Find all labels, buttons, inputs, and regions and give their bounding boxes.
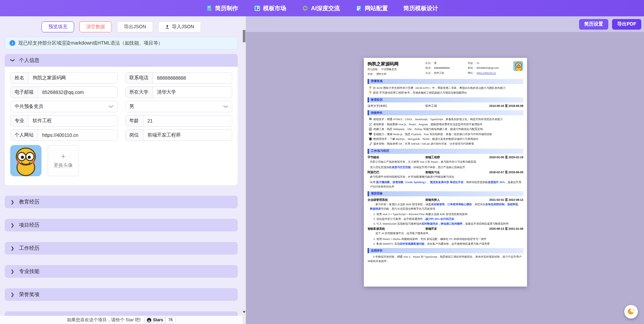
nav-item-site-config[interactable]: 网站配置: [356, 4, 388, 12]
database-icon: [369, 137, 372, 141]
personal-info-section: ❯ 个人信息 姓名 联系电话 电子邮箱 所在大学: [5, 54, 238, 185]
education-period: 2014-09-16 至 2018-06-08: [480, 104, 523, 108]
section-skills[interactable]: ❯ 专业技能: [5, 265, 238, 278]
education-school: 清华大学(本科): [368, 104, 425, 108]
export-pdf-button[interactable]: 导出PDF: [612, 19, 641, 30]
personal-info-title: 个人信息: [19, 57, 39, 64]
nav-item-ai-chat[interactable]: AI深度交流: [302, 4, 340, 12]
section-projects[interactable]: ❯ 项目经历: [5, 219, 238, 231]
preview-fill-button[interactable]: 预览填充: [41, 21, 74, 32]
top-navbar: 简历制作 模板市场 AI深度交流 网站配置 简历模板设计: [0, 0, 644, 16]
export-json-button[interactable]: 导出JSON: [117, 21, 153, 32]
name-field-group: 姓名: [10, 72, 118, 84]
skill-item: 前端框架：熟练掌握 Vue.js、React、Angular，能根据项目需求灵活…: [368, 122, 523, 127]
preview-canvas: 狗凯之家源码网 政治面貌：中共预备党员 学校：清华大学 性别：男 电话：8888…: [246, 32, 644, 324]
project-role: 前端负责人: [425, 198, 480, 202]
theme-toggle-button[interactable]: [624, 305, 638, 319]
work-entry-row: 阿里巴巴 前端实习生 2018-02-07 至 2019-06-05: [368, 171, 523, 175]
project-list: 使用 Vue 3 + TypeScript + Element Plus 构建企…: [368, 212, 523, 226]
nav-item-label: 模板市场: [263, 4, 286, 12]
age-input[interactable]: [143, 115, 232, 126]
resume-header-value: 中共预备党员: [382, 68, 397, 71]
left-panel-scrollbar[interactable]: [242, 16, 246, 324]
scrollbar-down-arrow[interactable]: [243, 311, 245, 313]
skill-item: 数据库技术：了解 MySQL、MongoDB、Redis，能进行基本的数据存储设…: [368, 137, 523, 142]
university-input[interactable]: [153, 87, 232, 98]
work-line: 负责公司核心产品的前端开发，主力使用 Vue 3 和 React，参与组件设计与…: [368, 160, 523, 164]
scrollbar-thumb[interactable]: [243, 30, 245, 42]
nav-item-label: 网站配置: [365, 4, 388, 12]
phone-input[interactable]: [153, 72, 232, 83]
resume-avatar-image: [513, 61, 523, 71]
political-status-select[interactable]: 中共预备党员 ❯: [10, 101, 118, 112]
project-entry-row: 智能客服系统 前端开发 2020-08-13 至 2021-01-06: [368, 227, 523, 231]
github-stars-badge[interactable]: Stars 76: [144, 317, 175, 323]
change-avatar-upload[interactable]: + 更换头像: [48, 145, 79, 176]
section-label: 工作经历: [19, 245, 39, 252]
project-list-item: 优化组件设计与复用，提升模块通用性，减少约 40% 的代码冗余: [376, 217, 523, 222]
section-label: 教育经历: [19, 199, 39, 205]
age-field-label: 年龄: [125, 115, 143, 126]
preview-toolbar: 简历设置 导出PDF: [246, 16, 644, 32]
resume-header-label: 性别：: [425, 62, 433, 65]
name-field-label: 姓名: [11, 72, 29, 83]
section-education[interactable]: ❯ 教育经历: [5, 196, 238, 208]
info-icon: i: [10, 40, 15, 46]
nav-item-template-design[interactable]: 简历模板设计: [404, 4, 438, 12]
university-field-group: 所在大学: [125, 86, 233, 98]
import-json-button[interactable]: 导入JSON: [158, 21, 201, 32]
work-line: 参与电商平台移动端前端开发，针对加载缓慢问题进行性能诊断与优化: [368, 175, 523, 179]
resume-section-education: 教育经历: [368, 97, 523, 102]
work-role: 前端实习生: [425, 171, 480, 175]
self-eval-text: 5 年前端开发经验，精通 Vue 3、React 和 TypeScript，熟悉…: [368, 255, 523, 264]
project-list: 使用 React + Redux 构建前端架构，支持 多端适配，确保在 PC 和…: [368, 237, 523, 246]
notice-text: 现已经支持部分区域渲染markdown或HTML语法（如技能、项目等）: [18, 40, 163, 46]
resume-header-value: 清华大学: [376, 72, 387, 76]
chevron-down-icon: ❯: [223, 104, 228, 109]
resume-doc-icon: [206, 5, 213, 12]
editor-toolbar: 预览填充 清空数据 导出JSON 导入JSON: [0, 21, 242, 32]
resume-section-self-eval: 自我评价: [368, 248, 523, 253]
job-field-label: 岗位: [125, 130, 143, 141]
star-footer: 如果您喜欢这个项目，请给个 Star 吧! Stars 76: [0, 316, 242, 324]
section-honors[interactable]: ❯ 荣誉奖项: [5, 288, 238, 301]
work-role: 前端工程师: [425, 156, 480, 160]
job-input[interactable]: [143, 130, 232, 141]
resume-header-label: 邮箱：: [468, 66, 476, 69]
star-text: 如果您喜欢这个项目，请给个 Star 吧!: [67, 317, 141, 323]
avatar-image: [10, 145, 41, 176]
gender-select[interactable]: 男 ❯: [125, 101, 233, 112]
major-input[interactable]: [29, 115, 117, 126]
chevron-down-icon: ❯: [108, 104, 114, 109]
section-label: 项目经历: [19, 222, 39, 228]
skill-item: 版本控制：熟练使用 Git，常用 GitHub / GitLab 进行协作开发、…: [368, 142, 523, 146]
university-field-label: 所在大学: [125, 87, 153, 98]
wrench-icon: [369, 142, 372, 145]
resume-header-value: 85268832@qq.com: [477, 66, 499, 69]
project-period: 2020-08-13 至 2021-01-06: [480, 227, 523, 231]
work-period: 2020-02-06 至 2025-02-19: [480, 156, 523, 160]
nav-item-label: 简历模板设计: [404, 4, 438, 12]
project-description: 基于 AI 的智能客服平台，提高客户服务效率。: [368, 231, 523, 236]
resume-header-label: 年龄：: [468, 62, 476, 65]
personal-info-header[interactable]: ❯ 个人信息: [5, 54, 238, 67]
skill-text: 数据库技术：了解 MySQL、MongoDB、Redis，能进行基本的数据存储设…: [373, 137, 478, 141]
resume-settings-button[interactable]: 简历设置: [579, 19, 608, 30]
project-name: 智能客服系统: [368, 227, 425, 231]
project-entry-row: 企业级管理系统 前端负责人 2021-02-01 至 2022-08-12: [368, 198, 523, 202]
nav-item-template-market[interactable]: 模板市场: [254, 4, 286, 12]
plus-icon: +: [61, 153, 66, 160]
project-list-item: 使用 Vue 3 + TypeScript + Element Plus 构建企…: [376, 212, 523, 217]
email-input[interactable]: [38, 87, 117, 98]
accordion-sections: ❯ 教育经历 ❯ 项目经历 ❯ 工作经历 ❯ 专业技能 ❯ 荣誉奖项: [5, 196, 238, 324]
skill-item: 构建工具：熟悉 Webpack、Vite、Rollup 等现代前端构建工具，能进…: [368, 127, 523, 132]
project-period: 2021-02-01 至 2022-08-12: [480, 198, 523, 202]
resume-website-link[interactable]: https://400110.cn: [477, 71, 496, 75]
clear-data-button[interactable]: 清空数据: [79, 21, 112, 32]
section-work[interactable]: ❯ 工作经历: [5, 242, 238, 255]
resume-paper: 狗凯之家源码网 政治面貌：中共预备党员 学校：清华大学 性别：男 电话：8888…: [364, 58, 527, 287]
framework-icon: [369, 123, 372, 126]
website-input[interactable]: [38, 130, 117, 141]
name-input[interactable]: [29, 72, 117, 83]
nav-item-resume-builder[interactable]: 简历制作: [206, 4, 238, 12]
